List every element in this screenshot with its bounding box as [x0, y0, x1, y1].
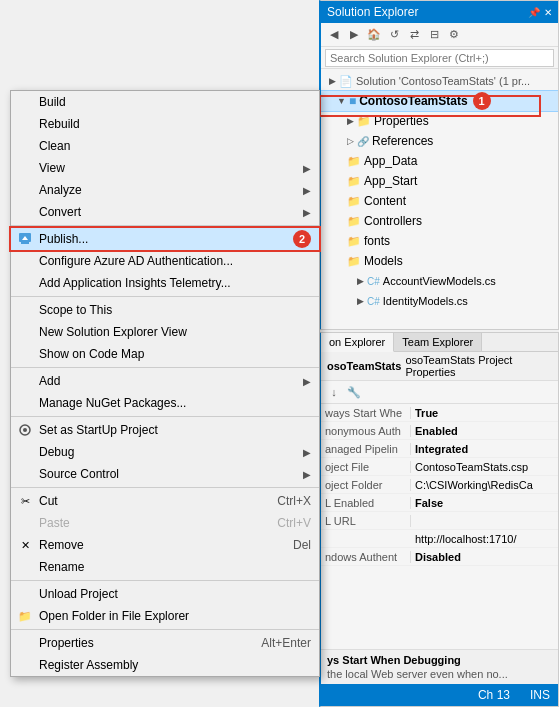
view-arrow: ▶	[303, 163, 311, 174]
menu-item-unload[interactable]: Unload Project	[11, 583, 319, 605]
props-row: L Enabled False	[321, 494, 558, 512]
refresh-btn[interactable]: ↺	[385, 26, 403, 44]
cut-icon: ✂	[17, 493, 33, 509]
code-map-icon	[17, 346, 33, 362]
menu-item-cut-label: Cut	[39, 494, 271, 508]
solution-explorer-panel: Solution Explorer 📌 ✕ ◀ ▶ 🏠 ↺ ⇄ ⊟ ⚙ ▶ 📄 …	[319, 0, 559, 330]
item-label: AccountViewModels.cs	[383, 275, 496, 287]
tree-item-solution[interactable]: ▶ 📄 Solution 'ContosoTeamStats' (1 pr...	[321, 71, 558, 91]
wrench-btn[interactable]: 🔧	[345, 383, 363, 401]
tree-item-models[interactable]: 📁 Models	[321, 251, 558, 271]
props-btn[interactable]: ⚙	[445, 26, 463, 44]
debug-arrow: ▶	[303, 447, 311, 458]
analyze-arrow: ▶	[303, 185, 311, 196]
menu-item-debug[interactable]: Debug ▶	[11, 441, 319, 463]
menu-item-convert[interactable]: Convert ▶	[11, 201, 319, 223]
tree-item-properties[interactable]: ▶ 📁 Properties	[321, 111, 558, 131]
item-label: IdentityModels.cs	[383, 295, 468, 307]
tree-item-appdata[interactable]: 📁 App_Data	[321, 151, 558, 171]
solution-icon: 📄	[339, 75, 353, 88]
tab-team[interactable]: Team Explorer	[394, 333, 482, 351]
tree-item-content[interactable]: 📁 Content	[321, 191, 558, 211]
expand-icon: ▶	[357, 296, 364, 306]
add-arrow: ▶	[303, 376, 311, 387]
item-label: fonts	[364, 234, 390, 248]
menu-item-rename[interactable]: Rename	[11, 556, 319, 578]
sort-btn[interactable]: ↓	[325, 383, 343, 401]
tree-item-project[interactable]: ▼ ■ ContosoTeamStats 1	[321, 91, 558, 111]
menu-item-add[interactable]: Add ▶	[11, 370, 319, 392]
source-control-icon	[17, 466, 33, 482]
back-btn[interactable]: ◀	[325, 26, 343, 44]
remove-shortcut: Del	[293, 538, 311, 552]
forward-btn[interactable]: ▶	[345, 26, 363, 44]
solution-label: Solution 'ContosoTeamStats' (1 pr...	[356, 75, 530, 87]
menu-item-analyze-label: Analyze	[39, 183, 297, 197]
close-icon[interactable]: ✕	[544, 7, 552, 18]
menu-item-register[interactable]: Register Assembly	[11, 654, 319, 676]
menu-item-source-control[interactable]: Source Control ▶	[11, 463, 319, 485]
tab-explorer[interactable]: on Explorer	[321, 333, 394, 352]
props-header: osoTeamStats osoTeamStats Project Proper…	[321, 352, 558, 381]
folder-icon: 📁	[357, 115, 371, 128]
props-project-name: osoTeamStats	[327, 360, 401, 372]
folder-icon: 📁	[347, 255, 361, 268]
se-toolbar: ◀ ▶ 🏠 ↺ ⇄ ⊟ ⚙	[321, 23, 558, 47]
solution-explorer-title: Solution Explorer	[327, 5, 418, 19]
tree-item-identitymodels[interactable]: ▶ C# IdentityModels.cs	[321, 291, 558, 311]
item-label: App_Data	[364, 154, 417, 168]
view-icon	[17, 160, 33, 176]
menu-item-nuget[interactable]: Manage NuGet Packages...	[11, 392, 319, 414]
properties-shortcut: Alt+Enter	[261, 636, 311, 650]
menu-item-open-folder[interactable]: 📁 Open Folder in File Explorer	[11, 605, 319, 627]
menu-item-unload-label: Unload Project	[39, 587, 311, 601]
menu-item-clean[interactable]: Clean	[11, 135, 319, 157]
menu-item-startup[interactable]: Set as StartUp Project	[11, 419, 319, 441]
search-input[interactable]	[325, 49, 554, 67]
props-statusbar: Ch 13 INS	[321, 684, 558, 706]
menu-item-paste-label: Paste	[39, 516, 271, 530]
folder-icon: 📁	[347, 175, 361, 188]
tree-item-accountviewmodels[interactable]: ▶ C# AccountViewModels.cs	[321, 271, 558, 291]
props-row: oject File ContosoTeamStats.csp	[321, 458, 558, 476]
item-label: App_Start	[364, 174, 417, 188]
props-title: osoTeamStats Project Properties	[405, 354, 552, 378]
tree-item-references[interactable]: ▷ 🔗 References	[321, 131, 558, 151]
menu-item-rebuild[interactable]: Rebuild	[11, 113, 319, 135]
menu-item-new-view-label: New Solution Explorer View	[39, 325, 311, 339]
menu-item-cut[interactable]: ✂ Cut Ctrl+X	[11, 490, 319, 512]
menu-item-open-folder-label: Open Folder in File Explorer	[39, 609, 311, 623]
nuget-icon	[17, 395, 33, 411]
csharp-icon: C#	[367, 296, 380, 307]
menu-item-properties[interactable]: Properties Alt+Enter	[11, 632, 319, 654]
menu-item-analyze[interactable]: Analyze ▶	[11, 179, 319, 201]
configure-azure-icon	[17, 253, 33, 269]
menu-item-rebuild-label: Rebuild	[39, 117, 311, 131]
menu-item-view[interactable]: View ▶	[11, 157, 319, 179]
menu-item-build-label: Build	[39, 95, 311, 109]
status-ch: Ch 13	[478, 688, 510, 702]
menu-item-rename-label: Rename	[39, 560, 311, 574]
menu-item-publish[interactable]: Publish... 2	[11, 228, 319, 250]
menu-item-build[interactable]: Build	[11, 91, 319, 113]
home-btn[interactable]: 🏠	[365, 26, 383, 44]
collapse-btn[interactable]: ⊟	[425, 26, 443, 44]
menu-item-add-insights[interactable]: Add Application Insights Telemetry...	[11, 272, 319, 294]
tree-item-appstart[interactable]: 📁 App_Start	[321, 171, 558, 191]
menu-item-remove[interactable]: ✕ Remove Del	[11, 534, 319, 556]
item-label: Controllers	[364, 214, 422, 228]
source-control-arrow: ▶	[303, 469, 311, 480]
menu-item-code-map[interactable]: Show on Code Map	[11, 343, 319, 365]
tree-item-fonts[interactable]: 📁 fonts	[321, 231, 558, 251]
props-footer: ys Start When Debugging the local Web se…	[321, 649, 558, 684]
menu-item-scope[interactable]: Scope to This	[11, 299, 319, 321]
tree-item-controllers[interactable]: 📁 Controllers	[321, 211, 558, 231]
pin-icon[interactable]: 📌	[528, 7, 540, 18]
se-tree: ▶ 📄 Solution 'ContosoTeamStats' (1 pr...…	[321, 69, 558, 313]
menu-item-properties-label: Properties	[39, 636, 255, 650]
sync-btn[interactable]: ⇄	[405, 26, 423, 44]
menu-item-configure-azure[interactable]: Configure Azure AD Authentication...	[11, 250, 319, 272]
menu-item-new-view[interactable]: New Solution Explorer View	[11, 321, 319, 343]
menu-item-view-label: View	[39, 161, 297, 175]
menu-item-paste[interactable]: Paste Ctrl+V	[11, 512, 319, 534]
